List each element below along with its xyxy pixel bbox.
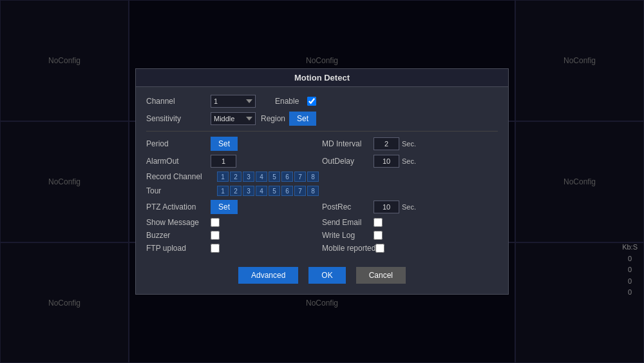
out-delay-unit: Sec. [402,157,416,165]
tour-ch-6[interactable]: 6 [281,186,293,196]
dialog-body: Channel 1 Enable Sensitivity Low Middle … [136,87,508,294]
region-label: Region [261,114,285,123]
sensitivity-select[interactable]: Low Middle High [211,112,256,125]
record-channel-buttons: 1 2 3 4 5 6 7 8 [217,172,319,182]
send-email-label: Send Email [322,218,374,227]
ptz-activation-label: PTZ Activation [146,202,211,211]
alarm-outdelay-row: AlarmOut OutDelay Sec. [146,155,498,168]
buzzer-label: Buzzer [146,231,211,240]
tour-ch-4[interactable]: 4 [256,186,267,196]
post-rec-input[interactable] [374,201,399,213]
rec-ch-8[interactable]: 8 [307,172,319,182]
tour-ch-2[interactable]: 2 [230,186,242,196]
dialog-title: Motion Detect [136,69,508,87]
record-channel-row: Record Channel 1 2 3 4 5 6 7 8 [146,172,498,182]
channel-select[interactable]: 1 [211,95,256,108]
alarm-out-label: AlarmOut [146,157,211,166]
rec-ch-4[interactable]: 4 [256,172,267,182]
ftp-upload-checkbox[interactable] [211,244,220,253]
rec-ch-6[interactable]: 6 [281,172,293,182]
tour-ch-8[interactable]: 8 [307,186,319,196]
buzzer-checkbox[interactable] [211,231,220,240]
ptz-postrec-row: PTZ Activation Set PostRec Sec. [146,200,498,214]
period-set-button[interactable]: Set [211,137,238,151]
show-message-label: Show Message [146,218,211,227]
tour-channel-buttons: 1 2 3 4 5 6 7 8 [217,186,319,196]
tour-ch-7[interactable]: 7 [294,186,306,196]
divider-1 [146,131,498,132]
channel-label: Channel [146,97,211,106]
write-log-label: Write Log [322,231,374,240]
tour-ch-3[interactable]: 3 [243,186,254,196]
post-rec-unit: Sec. [402,203,416,211]
rec-ch-5[interactable]: 5 [269,172,280,182]
alarm-out-input[interactable] [211,155,236,168]
out-delay-input[interactable] [374,155,399,168]
buzzer-writelog-row: Buzzer Write Log [146,231,498,240]
motion-detect-dialog: Motion Detect Channel 1 Enable Sensitivi… [135,68,509,295]
mobile-reported-label: Mobile reported [322,244,375,253]
ptz-set-button[interactable]: Set [211,200,238,214]
send-email-checkbox[interactable] [374,218,383,227]
show-send-row: Show Message Send Email [146,218,498,227]
write-log-checkbox[interactable] [374,231,383,240]
md-interval-label: MD Interval [322,139,374,148]
enable-label: Enable [275,97,307,106]
channel-row: Channel 1 Enable [146,95,498,108]
cancel-button[interactable]: Cancel [356,267,406,284]
period-md-row: Period Set MD Interval Sec. [146,137,498,151]
show-message-checkbox[interactable] [211,218,220,227]
advanced-button[interactable]: Advanced [238,267,298,284]
post-rec-label: PostRec [322,202,374,211]
rec-ch-7[interactable]: 7 [294,172,306,182]
tour-row: Tour 1 2 3 4 5 6 7 8 [146,186,498,196]
rec-ch-1[interactable]: 1 [217,172,229,182]
record-channel-label: Record Channel [146,172,217,181]
ok-button[interactable]: OK [308,267,345,284]
rec-ch-3[interactable]: 3 [243,172,254,182]
out-delay-label: OutDelay [322,157,374,166]
region-set-button[interactable]: Set [289,112,316,126]
rec-ch-2[interactable]: 2 [230,172,242,182]
tour-label: Tour [146,186,217,195]
ftp-mobile-row: FTP upload Mobile reported [146,244,498,253]
sensitivity-label: Sensitivity [146,114,211,123]
md-interval-unit: Sec. [402,140,416,148]
modal-overlay: Motion Detect Channel 1 Enable Sensitivi… [0,0,644,363]
button-row: Advanced OK Cancel [146,257,498,284]
enable-checkbox[interactable] [307,97,316,106]
tour-ch-5[interactable]: 5 [269,186,280,196]
md-interval-input[interactable] [374,137,399,150]
tour-ch-1[interactable]: 1 [217,186,229,196]
mobile-reported-checkbox[interactable] [375,244,384,253]
period-label: Period [146,139,211,148]
sensitivity-row: Sensitivity Low Middle High Region Set [146,112,498,126]
ftp-upload-label: FTP upload [146,244,211,253]
